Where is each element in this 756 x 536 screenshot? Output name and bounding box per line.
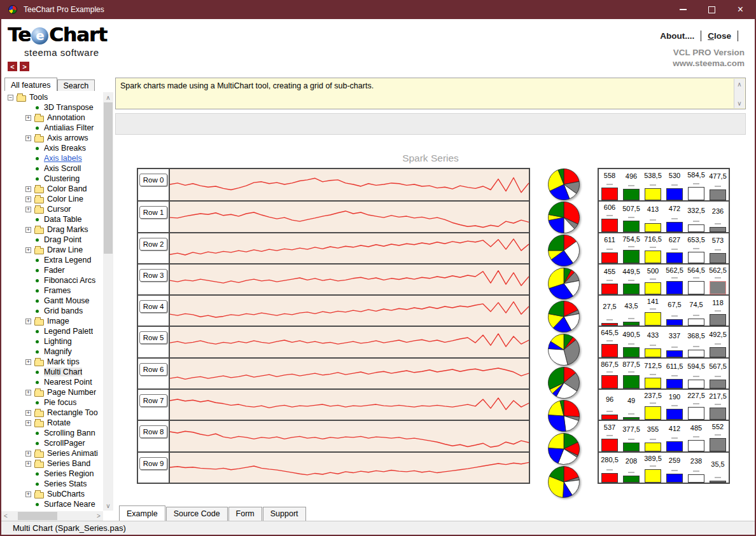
expand-icon[interactable]: + xyxy=(25,207,31,212)
tree-item-clustering[interactable]: Clustering xyxy=(1,174,103,184)
tree-item-draw-line[interactable]: +Draw Line xyxy=(1,245,103,255)
tree-item-subcharts[interactable]: +SubCharts xyxy=(1,489,103,499)
tree-item-page-number[interactable]: +Page Number xyxy=(1,387,103,397)
tab-source-code[interactable]: Source Code xyxy=(166,507,228,521)
tree-item-image[interactable]: +Image xyxy=(1,316,103,326)
tree-item-fader[interactable]: Fader xyxy=(1,265,103,275)
expand-icon[interactable]: + xyxy=(25,461,31,467)
tree-item-series-region[interactable]: Series Region xyxy=(1,469,103,479)
scroll-right-icon[interactable]: > xyxy=(94,511,103,521)
tree-item-nearest-point[interactable]: Nearest Point xyxy=(1,377,103,387)
tree-item-tools[interactable]: −Tools xyxy=(1,92,103,102)
expand-icon[interactable]: + xyxy=(25,451,31,457)
bar-mark-tick xyxy=(650,374,656,375)
tree-item-axis-arrows[interactable]: +Axis arrows xyxy=(1,133,103,143)
scroll-down-icon[interactable]: ∨ xyxy=(103,500,113,511)
scroll-left-icon[interactable]: < xyxy=(1,511,10,521)
tree-item-drag-marks[interactable]: +Drag Marks xyxy=(1,224,103,235)
row-button-6[interactable]: Row 6 xyxy=(139,363,167,376)
expand-icon[interactable]: + xyxy=(25,359,31,365)
row-button-7[interactable]: Row 7 xyxy=(139,394,167,407)
bar-blue xyxy=(666,188,683,200)
row-button-5[interactable]: Row 5 xyxy=(139,331,167,344)
expand-icon[interactable]: + xyxy=(25,420,31,426)
row-button-1[interactable]: Row 1 xyxy=(139,206,167,219)
expand-icon[interactable]: + xyxy=(25,491,31,497)
tree-item-frames[interactable]: Frames xyxy=(1,285,103,296)
expand-icon[interactable]: + xyxy=(25,227,31,233)
minimize-button[interactable] xyxy=(669,0,697,19)
sparkline-row-4 xyxy=(170,296,529,326)
collapse-icon[interactable]: − xyxy=(8,95,13,100)
leaf-bullet-icon xyxy=(36,503,39,506)
tree-item-scrolling-bann[interactable]: Scrolling Bann xyxy=(1,428,103,438)
tree-item-legend-palett[interactable]: Legend Palett xyxy=(1,326,103,336)
tree-item-axis-scroll[interactable]: Axis Scroll xyxy=(1,163,103,174)
tree-item-axis-labels[interactable]: Axis labels xyxy=(1,153,103,163)
tree-item-series-band[interactable]: +Series Band xyxy=(1,458,103,469)
tree-item-data-table[interactable]: Data Table xyxy=(1,214,103,224)
bar-cell: 449,5 xyxy=(620,265,642,294)
tree-item-cursor[interactable]: +Cursor xyxy=(1,204,103,214)
expand-icon[interactable]: + xyxy=(25,410,31,416)
tree-horizontal-scrollbar[interactable]: < > xyxy=(1,511,103,521)
tree-item-lighting[interactable]: Lighting xyxy=(1,336,103,347)
row-button-0[interactable]: Row 0 xyxy=(139,174,167,186)
tree-item-annotation[interactable]: +Annotation xyxy=(1,113,103,123)
bar-cell: 433 xyxy=(642,327,664,357)
scroll-thumb[interactable] xyxy=(18,512,57,520)
tree-item-series-animati[interactable]: +Series Animati xyxy=(1,448,103,458)
tree-item-gantt-mouse[interactable]: Gantt Mouse xyxy=(1,296,103,306)
tab-all-features[interactable]: All features xyxy=(4,78,57,91)
tab-form[interactable]: Form xyxy=(228,507,262,521)
tab-search[interactable]: Search xyxy=(57,79,95,91)
tree-item-color-line[interactable]: +Color Line xyxy=(1,194,103,204)
expand-icon[interactable]: + xyxy=(25,247,31,253)
memo-scrollbar[interactable]: ∧ ∨ xyxy=(734,79,745,108)
tree-item-series-stats[interactable]: Series Stats xyxy=(1,479,103,489)
tab-support[interactable]: Support xyxy=(263,507,306,521)
expand-icon[interactable]: + xyxy=(25,186,31,192)
bar-red xyxy=(601,344,618,357)
tree-item-scrollpager[interactable]: ScrollPager xyxy=(1,438,103,448)
tree-item-fibonacci-arcs[interactable]: Fibonacci Arcs xyxy=(1,275,103,285)
close-button[interactable]: × xyxy=(726,0,755,19)
row-button-8[interactable]: Row 8 xyxy=(139,425,167,438)
tree-item-grid-bands[interactable]: Grid bands xyxy=(1,306,103,316)
tree-item-axis-breaks[interactable]: Axis Breaks xyxy=(1,143,103,153)
expand-icon[interactable]: + xyxy=(25,135,31,141)
row-button-4[interactable]: Row 4 xyxy=(139,300,167,313)
tree-item-pie-focus[interactable]: Pie focus xyxy=(1,397,103,408)
tree-item-rectangle-too[interactable]: +Rectangle Too xyxy=(1,408,103,418)
tree-item-color-band[interactable]: +Color Band xyxy=(1,184,103,194)
back-arrow-button[interactable]: < xyxy=(8,62,17,71)
expand-icon[interactable]: + xyxy=(25,196,31,202)
row-button-2[interactable]: Row 2 xyxy=(139,238,167,251)
tree-item-extra-legend[interactable]: Extra Legend xyxy=(1,255,103,265)
scroll-down-icon[interactable]: ∨ xyxy=(734,98,745,108)
tree-item-surface-neare[interactable]: Surface Neare xyxy=(1,499,103,509)
tree-item-rotate[interactable]: +Rotate xyxy=(1,418,103,428)
tree-item-multi-chart[interactable]: Multi Chart xyxy=(1,367,103,377)
tab-example[interactable]: Example xyxy=(119,505,165,521)
tree-item-antialias-filter[interactable]: Antialias Filter xyxy=(1,123,103,133)
tree-item-magnify[interactable]: Magnify xyxy=(1,347,103,357)
scroll-thumb[interactable] xyxy=(104,102,113,254)
scroll-up-icon[interactable]: ∧ xyxy=(734,79,745,89)
expand-icon[interactable]: + xyxy=(25,115,31,121)
row-label-cell: Row 5 xyxy=(138,327,170,357)
row-button-9[interactable]: Row 9 xyxy=(139,457,167,470)
bar-mark-tick xyxy=(671,249,678,250)
row-button-3[interactable]: Row 3 xyxy=(139,269,167,282)
tree-item-drag-point[interactable]: Drag Point xyxy=(1,235,103,245)
tree-item-3d-transpose[interactable]: 3D Transpose xyxy=(1,102,103,113)
expand-icon[interactable]: + xyxy=(25,390,31,395)
scroll-up-icon[interactable]: ∧ xyxy=(103,92,113,102)
close-link[interactable]: Close xyxy=(708,31,731,41)
forward-arrow-button[interactable]: > xyxy=(20,62,29,71)
maximize-button[interactable] xyxy=(697,0,726,19)
expand-icon[interactable]: + xyxy=(25,319,31,324)
about-link[interactable]: About.... xyxy=(660,31,694,41)
tree-vertical-scrollbar[interactable]: ∧ ∨ xyxy=(103,92,113,511)
tree-item-mark-tips[interactable]: +Mark tips xyxy=(1,357,103,367)
